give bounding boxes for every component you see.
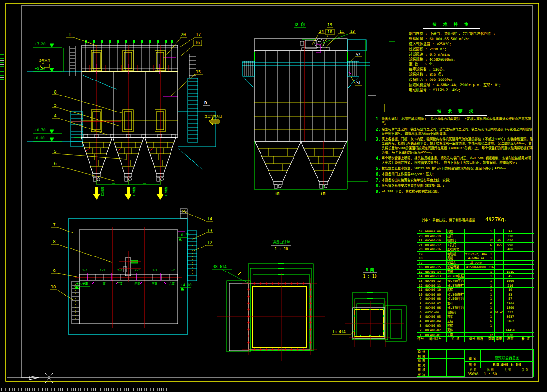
note-item: 3. 壳上各盖板、门框、灰斗内壁、吸风管内构件凡属阻碍气流流通的部位 (不超过5… [376,137,533,155]
bom-unit-weight [495,270,504,274]
bom-spec [465,283,488,288]
bom-spec [465,333,488,337]
balloon: 14 [207,216,212,221]
bom-unit-weight: 69 [495,238,504,243]
bom-total-weight: 83 [504,292,517,297]
tech-spec-row: 烟气性质 : 下进气, 负压操作, 含尘烟气净化回收 ; [409,32,532,37]
elevation-mark: +4.00 [181,283,192,287]
bom-total-weight [504,265,517,270]
bom-total-weight: 328 [504,234,517,239]
bom-no: 3 [417,323,424,328]
technical-notes: 技 术 要 求 1. 设备安装时, 必须严格按图施工, 防止构件有扭曲变形, 上… [376,108,533,194]
valve-tag: 2-2 [135,268,140,272]
bom-name: +7.50M平台 [447,296,465,301]
bom-total-weight: 990 [504,243,517,248]
drawing-name-label: 图 名 [465,355,481,361]
scale-value: 1 : 50 [482,372,499,376]
bom-row: 21 KDC400-17 人孔门 6 165 990 [417,243,534,248]
casing-body [82,72,178,137]
bom-name: +0.70M平台 [447,279,465,283]
note-number: 4. [376,156,382,165]
signer-row: 审 核 [417,368,465,373]
note-text: 设备安装时, 必须严格按图施工, 防止构件有扭曲变形, 上花板与壳体间的构件连接… [382,117,533,126]
note-item: 8. 压气管路系统安装布置参见图 XK570-GL ; [376,184,533,188]
note-item: 9. +0.70M 平台, 扶栏梯子的安装见另图。 [376,190,533,194]
bom-row: 7 KDC400-06 +5.37M平台 1 1800 [417,305,534,310]
signer-blank [447,372,465,377]
bom-spec [465,288,488,292]
bom-spec [465,243,488,248]
signer-label: 设 计 [417,350,429,354]
balloon: 13 [207,228,212,233]
sheet-no-label: 第 张 [516,368,533,372]
bom-qty: 1 [488,274,495,279]
bom-row: 2 KDC400-02 壳体 14450 [417,328,534,333]
bom-no: 14 [417,274,424,279]
bom-code: KDC400-19 [424,234,447,239]
note-text: 按既定工艺技术规定, XHF95-00 排气阀下的钢溜管按现场情况 直径不得小于… [382,167,506,171]
note-number: 2. [376,128,382,136]
ash-outlet-label: 卸灰口 [132,187,135,196]
outlet-label: 净气出口 [39,59,50,63]
detail-scale: 1 : 10 [275,247,288,251]
note-item: 5. 按既定工艺技术规定, XHF95-00 排气阀下的钢溜管按现场情况 直径不… [376,167,533,171]
bom-header: 图(代)号 [424,337,447,342]
bom-qty: 1 [488,283,495,288]
bom-total-weight: 830 [504,333,517,337]
bom-code: KDC400-16 [424,247,447,252]
bom-unit-weight [495,319,504,324]
bom-qty: 1 [488,229,495,234]
bom-row: 3 KDC400-03 楼梯 1 [417,323,534,328]
balloon: 9 [53,269,55,273]
bom-name: 壳体 [447,328,465,333]
bom-remark [517,238,534,243]
bom-row: 9 KDC400-08 +7.50M平台 1 57 [417,296,534,301]
bom-total-weight: 57 [504,296,517,301]
date-label: 日 期 [465,368,482,372]
tb-blank [481,350,533,355]
signer-blank [447,359,465,363]
signer-label: 描 图 [417,359,429,363]
note-text: 壳上各盖板、门框、灰斗内壁、吸风管内构件凡属阻碍气流流通的部位 (不超过500℃… [382,137,533,155]
bom-code: KDC400-13 [424,274,447,279]
bom-code: KDC400-14 [424,270,447,274]
bom-unit-weight [495,234,504,239]
bom-qty: 12 [488,333,495,337]
bom-row: 15 KDC400-14 花板 1 1815 [417,270,534,274]
signer-label: 校 对 [417,363,429,368]
bom-spec [465,310,488,315]
elevation-mark: +0.70 [35,128,46,132]
valve-tag: 3-2 [170,268,175,272]
bom-name: 灰斗 [447,301,465,306]
bom-no: 13 [417,279,424,283]
bom-row: 14 KDC400-13 +0.70M扶栏 1 45 [417,274,534,279]
bom-name: 立柱 [447,319,465,324]
bom-header: 型号 规格 [465,337,488,342]
bom-unit-weight [495,261,504,265]
bom-total-weight: 45 [504,274,517,279]
bom-name: 切换阀 [447,310,465,315]
bom-code: KDC400-05 [424,314,447,319]
bom-name: 风机 [447,256,465,261]
bom-qty [488,328,495,333]
bom-spec [465,274,488,279]
inlet-flange-detail: 进风口法兰 1 : 10 [207,235,339,367]
bom-name: 电动机 [447,252,465,256]
inlet-duct [243,61,254,88]
bom-no: 20 [417,247,424,252]
bom-total-weight: 34 [504,229,517,234]
room-tag: 四室 [134,281,140,286]
bom-remark [517,279,534,283]
bom-unit-weight [495,247,504,252]
bom-qty: 6 [488,301,495,306]
tech-spec-row: 过滤面积 : 2938 m²; [409,47,532,52]
bom-remark [517,265,534,270]
bom-name: 反吹风管 [447,247,465,252]
bom-spec [465,234,488,239]
bom-total-weight: 1800 [504,305,517,310]
bom-no: 5 [417,314,424,319]
ash-outlet-label: 卸灰口 [164,187,167,196]
bom-row: 12 KDC400-11 +5.37M扶栏 1 216 [417,283,534,288]
bom-name: 支座 [447,333,465,337]
bom-no: 24 [417,229,424,234]
